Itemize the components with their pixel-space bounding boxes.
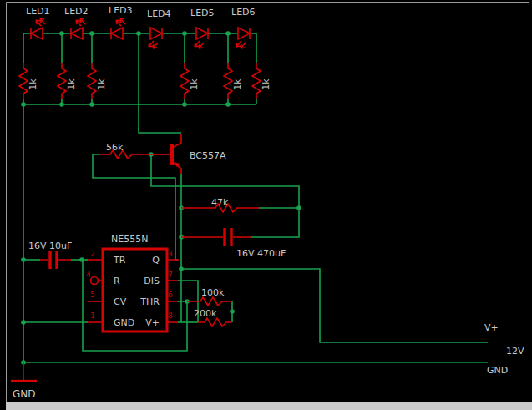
net-label-vplus: V+ — [484, 322, 499, 333]
resistor-value: 47k — [211, 197, 229, 208]
capacitor-10uf[interactable]: 16V 10uF — [28, 240, 72, 269]
diode-triangle — [111, 28, 123, 39]
emission-arrows-icon — [116, 18, 125, 26]
led-1[interactable] — [31, 18, 45, 39]
wire-vplus-out[interactable] — [181, 269, 488, 342]
resistor-1k-2[interactable]: 1k — [58, 63, 77, 99]
resistor-1k-5[interactable]: 1k — [224, 63, 243, 99]
cap-plates — [225, 228, 231, 246]
led-label: LED1 — [26, 6, 50, 17]
pin-number: 3 — [168, 250, 172, 258]
cap-plates — [50, 251, 57, 269]
led-6[interactable] — [236, 28, 250, 48]
resistor-1k-6[interactable]: 1k — [252, 63, 271, 99]
pin-name: THR — [139, 296, 160, 307]
diode-triangle — [196, 28, 208, 39]
gnd-symbol[interactable] — [11, 362, 37, 381]
led-2[interactable] — [71, 18, 85, 39]
resistor-value: 1k — [96, 78, 107, 90]
pin-name: Q — [152, 255, 160, 266]
pin-number: 4 — [86, 271, 90, 279]
collector-lead — [174, 134, 181, 147]
transistor-label: BC557A — [190, 150, 226, 161]
resistor-value: 1k — [28, 78, 38, 90]
resistor-value: 1k — [66, 78, 77, 90]
resistor-1k-4[interactable]: 1k — [180, 63, 200, 99]
led-4[interactable] — [149, 28, 162, 48]
resistor-56k[interactable]: 56k — [100, 142, 151, 159]
pin-number: 7 — [168, 271, 172, 279]
resistor-value: 1k — [189, 78, 200, 90]
resistor-value: 200k — [194, 308, 217, 319]
emission-arrows-icon — [149, 41, 158, 48]
led-3[interactable] — [111, 18, 125, 39]
emission-arrows-icon — [195, 41, 204, 48]
pin-number: 2 — [90, 250, 94, 258]
diode-triangle — [238, 28, 250, 39]
net-label-gnd-left: GND — [13, 388, 36, 400]
emission-arrows-icon — [36, 18, 45, 26]
transistor-bc557a[interactable] — [151, 134, 181, 174]
pin-number: 6 — [168, 291, 172, 299]
resistor-47k[interactable]: 47k — [181, 197, 259, 212]
schematic-canvas[interactable]: LED1 LED2 LED3 LED4 LED5 LED6 1k 1k 1k 1… — [0, 0, 532, 410]
pin-number: 1 — [90, 311, 94, 320]
resistor-value: 1k — [232, 78, 243, 90]
capacitor-470uf[interactable]: 16V 470uF — [181, 228, 286, 259]
resistor-value: 100k — [201, 287, 225, 298]
led-label: LED6 — [231, 7, 256, 18]
resistor-value: 1k — [261, 78, 271, 90]
pin4-inversion-bubble — [91, 277, 99, 285]
emission-arrows-icon — [76, 18, 85, 26]
diode-triangle — [71, 28, 83, 39]
net-label-gnd-right: GND — [487, 365, 508, 376]
bottom-scroll-strip[interactable] — [6, 402, 532, 410]
pin-name: TR — [113, 255, 126, 266]
capacitor-value: 16V 470uF — [236, 248, 286, 259]
led-label: LED2 — [64, 6, 89, 17]
wire-resistor-stubs[interactable] — [23, 33, 256, 104]
net-label-12v: 12V — [506, 346, 524, 357]
led-5[interactable] — [195, 28, 208, 48]
ic-ne555n[interactable]: NE555N 2 4 5 1 3 7 6 8 TR R CV GND Q DIS… — [86, 234, 179, 332]
wire-base-rc-loop[interactable] — [151, 154, 299, 237]
pin-number: 8 — [168, 311, 172, 320]
resistor-1k-1[interactable]: 1k — [19, 63, 38, 99]
pin-name: GND — [114, 317, 134, 328]
wire-center-to-collector[interactable] — [139, 33, 181, 133]
led-label: LED3 — [109, 5, 133, 16]
ic-name: NE555N — [111, 234, 148, 245]
resistor-value: 56k — [106, 142, 124, 153]
pin-name: V+ — [145, 317, 160, 328]
led-label: LED5 — [190, 8, 215, 18]
capacitor-value: 16V 10uF — [28, 240, 72, 251]
diode-triangle — [31, 28, 43, 39]
diode-triangle — [150, 28, 162, 39]
pin-name: R — [114, 276, 120, 286]
pin-number: 5 — [90, 291, 94, 299]
pin-name: DIS — [144, 276, 160, 286]
pin-name: CV — [114, 296, 127, 307]
resistor-1k-3[interactable]: 1k — [88, 63, 107, 99]
emission-arrows-icon — [236, 41, 246, 48]
resistor-200k[interactable]: 200k — [194, 308, 232, 326]
resistor-100k[interactable]: 100k — [187, 287, 232, 306]
led-label: LED4 — [147, 8, 171, 19]
